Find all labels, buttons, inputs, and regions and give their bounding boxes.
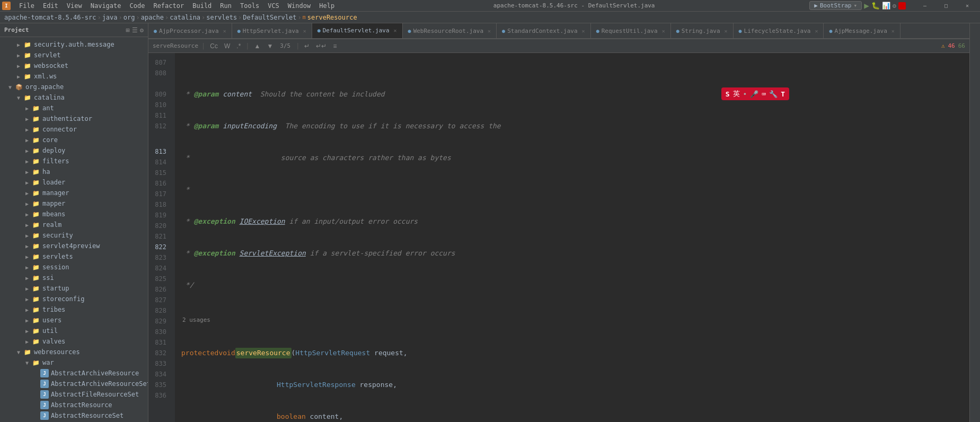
menu-refactor[interactable]: Refactor <box>149 1 188 11</box>
tree-item-mapper[interactable]: ▶ 📁 mapper <box>0 198 148 209</box>
tree-item-abstract-resource[interactable]: ▶ J AbstractResource <box>0 400 148 410</box>
settings-icon[interactable]: ⚙ <box>893 2 896 10</box>
tree-item-storeconfig[interactable]: ▶ 📁 storeconfig <box>0 294 148 304</box>
menu-build[interactable]: Build <box>188 1 216 11</box>
maximize-button[interactable]: □ <box>935 0 957 12</box>
prev-result-button[interactable]: ▲ <box>253 42 262 50</box>
breadcrumb-apache[interactable]: apache <box>141 14 164 21</box>
tree-item-abstract-resourceset[interactable]: ▶ J AbstractResourceSet <box>0 410 148 421</box>
bootstrap-button[interactable]: ▶ BootStrap ▾ <box>809 1 862 10</box>
ime-keyboard-icon[interactable]: ⌨ <box>762 90 766 98</box>
breadcrumb-root[interactable]: apache-tomcat-8.5.46-src <box>4 14 96 21</box>
tree-item-abstract-archive-resourceset[interactable]: ▶ J AbstractArchiveResourceSet <box>0 379 148 389</box>
stop-icon[interactable] <box>898 2 906 10</box>
menu-window[interactable]: Window <box>284 1 315 11</box>
tree-item-realm[interactable]: ▶ 📁 realm <box>0 219 148 230</box>
tree-item-security[interactable]: ▶ 📁 security <box>0 230 148 241</box>
tree-item-servlets[interactable]: ▶ 📁 servlets <box>0 251 148 262</box>
tree-item-core[interactable]: ▶ 📁 core <box>0 135 148 145</box>
tab-close-icon[interactable]: ✕ <box>394 28 397 33</box>
tree-item-loader[interactable]: ▶ 📁 loader <box>0 177 148 188</box>
tree-item-abstract-file-resourceset[interactable]: ▶ J AbstractFileResourceSet <box>0 389 148 400</box>
menu-edit[interactable]: Edit <box>39 1 63 11</box>
tab-close-icon[interactable]: ✕ <box>223 28 226 34</box>
tab-close-icon[interactable]: ✕ <box>488 28 491 34</box>
tree-item-catalina[interactable]: ▼ 📁 catalina <box>0 92 148 103</box>
tab-requestutil[interactable]: ● RequestUtil.java ✕ <box>591 23 671 38</box>
menu-help[interactable]: Help <box>315 1 339 11</box>
tab-httpservlet[interactable]: ● HttpServlet.java ✕ <box>232 23 312 38</box>
sidebar-icon-settings[interactable]: ⚙ <box>140 27 144 34</box>
tab-stringjava[interactable]: ● String.java ✕ <box>671 23 734 38</box>
breadcrumb-org[interactable]: org <box>123 14 135 21</box>
tab-standardcontext[interactable]: ● StandardContext.java ✕ <box>497 23 591 38</box>
profile-icon[interactable]: 📊 <box>882 2 890 10</box>
tree-item-util[interactable]: ▶ 📁 util <box>0 326 148 336</box>
tab-webresourceroot[interactable]: ● WebResourceRoot.java ✕ <box>403 23 497 38</box>
breadcrumb-catalina[interactable]: catalina <box>170 14 200 21</box>
menu-tools[interactable]: Tools <box>236 1 263 11</box>
breadcrumb-method[interactable]: m serveResource <box>303 14 357 21</box>
menu-view[interactable]: View <box>63 1 86 11</box>
breadcrumb-defaultservlet[interactable]: DefaultServlet <box>243 14 296 21</box>
tree-item-valves[interactable]: ▶ 📁 valves <box>0 336 148 347</box>
breadcrumb-servlets[interactable]: servlets <box>206 14 237 21</box>
folder-icon: 📁 <box>32 189 40 197</box>
soft-wrap-button[interactable]: ↵↵ <box>314 42 328 50</box>
tree-item-websocket[interactable]: ▶ 📁 websocket <box>0 60 148 71</box>
tree-item-mbeans[interactable]: ▶ 📁 mbeans <box>0 209 148 219</box>
tab-ajpprocessor[interactable]: ● AjpProcessor.java ✕ <box>148 23 232 38</box>
tree-item-webresources[interactable]: ▼ 📁 webresources <box>0 347 148 357</box>
tree-item-ant[interactable]: ▶ 📁 ant <box>0 103 148 113</box>
tree-item-filters[interactable]: ▶ 📁 filters <box>0 156 148 166</box>
tree-item-servlet[interactable]: ▶ 📁 servlet <box>0 50 148 60</box>
debug-icon[interactable]: 🐛 <box>871 2 880 10</box>
tab-close-icon[interactable]: ✕ <box>303 28 306 34</box>
run-icon[interactable]: ▶ <box>864 1 869 11</box>
tab-close-icon[interactable]: ✕ <box>815 28 818 34</box>
tree-item-connector[interactable]: ▶ 📁 connector <box>0 124 148 135</box>
code-content[interactable]: * @param content Should the content be i… <box>175 53 969 422</box>
tree-item-tribes[interactable]: ▶ 📁 tribes <box>0 304 148 315</box>
tree-item-servlet4preview[interactable]: ▶ 📁 servlet4preview <box>0 241 148 251</box>
format-button[interactable]: ≡ <box>331 42 338 50</box>
close-button[interactable]: ✕ <box>957 0 978 12</box>
tree-item-manager[interactable]: ▶ 📁 manager <box>0 188 148 198</box>
case-sensitive-button[interactable]: Cc <box>208 42 219 50</box>
tree-item-org-apache[interactable]: ▼ 📦 org.apache <box>0 82 148 92</box>
menu-vcs[interactable]: VCS <box>263 1 284 11</box>
tab-close-icon[interactable]: ✕ <box>582 28 585 34</box>
minimize-button[interactable]: — <box>914 0 935 12</box>
breadcrumb-java[interactable]: java <box>102 14 118 21</box>
tab-close-icon[interactable]: ✕ <box>891 28 895 34</box>
menu-run[interactable]: Run <box>216 1 236 11</box>
tab-close-icon[interactable]: ✕ <box>662 28 665 34</box>
regex-button[interactable]: .* <box>235 42 242 50</box>
ime-mic-icon[interactable]: 🎤 <box>750 90 758 98</box>
tree-item-xmlws[interactable]: ▶ 📁 xml.ws <box>0 71 148 82</box>
tab-ajpmessage[interactable]: ● AjpMessage.java ✕ <box>824 23 900 38</box>
tree-item-war[interactable]: ▼ 📁 war <box>0 357 148 368</box>
folder-icon: 📁 <box>23 72 32 81</box>
tab-close-icon[interactable]: ✕ <box>725 28 728 34</box>
tree-item-security-auth[interactable]: ▶ 📁 security.auth.message <box>0 39 148 50</box>
tree-item-authenticator[interactable]: ▶ 📁 authenticator <box>0 113 148 124</box>
tree-item-abstract-archive-resource[interactable]: ▶ J AbstractArchiveResource <box>0 368 148 379</box>
tab-defaultservlet[interactable]: ● DefaultServlet.java ✕ <box>312 23 403 38</box>
tree-item-ssi[interactable]: ▶ 📁 ssi <box>0 272 148 283</box>
sidebar-icon-list[interactable]: ☰ <box>132 27 138 34</box>
sidebar-icon-layout[interactable]: ⊞ <box>126 27 130 34</box>
tree-item-startup[interactable]: ▶ 📁 startup <box>0 283 148 294</box>
menu-code[interactable]: Code <box>126 1 149 11</box>
next-result-button[interactable]: ▼ <box>265 42 275 50</box>
word-wrap-button[interactable]: ↵ <box>303 42 311 50</box>
tree-item-users[interactable]: ▶ 📁 users <box>0 315 148 326</box>
ime-tools-icon[interactable]: 🔧 <box>769 90 778 98</box>
tree-item-session[interactable]: ▶ 📁 session <box>0 262 148 272</box>
tab-lifecyclestate[interactable]: ● LifecycleState.java ✕ <box>734 23 824 38</box>
tree-item-ha[interactable]: ▶ 📁 ha <box>0 166 148 177</box>
tree-item-deploy[interactable]: ▶ 📁 deploy <box>0 145 148 156</box>
menu-navigate[interactable]: Navigate <box>86 1 126 11</box>
word-button[interactable]: W <box>223 42 232 50</box>
menu-file[interactable]: File <box>15 1 39 11</box>
